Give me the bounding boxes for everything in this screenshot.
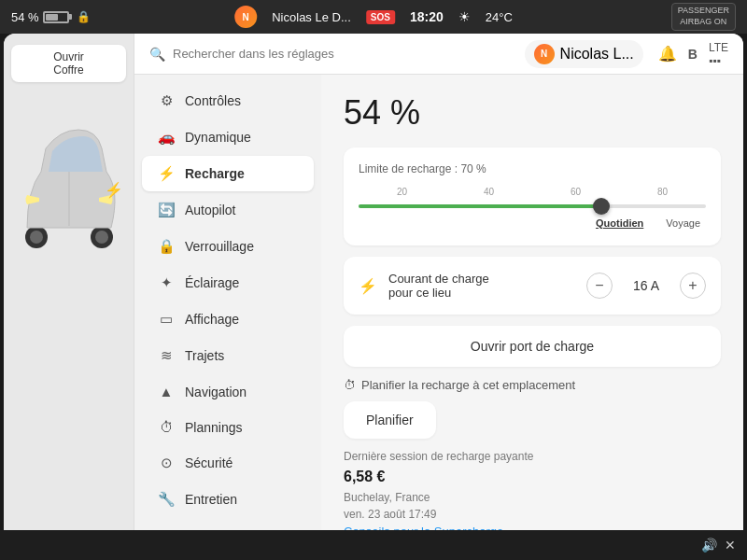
- plannings-icon: ⏱: [157, 419, 176, 435]
- slider-fill: [359, 204, 601, 208]
- charge-limit-card: Limite de recharge : 70 % 20 40 60 80: [344, 147, 721, 245]
- schedule-label-text: Planifier la recharge à cet emplacement: [361, 378, 575, 392]
- icon-group: 🔔 B LTE▪▪▪: [658, 41, 728, 67]
- taskbar: 🔊 ✕: [0, 530, 747, 560]
- sidebar-item-autopilot[interactable]: 🔄 Autopilot: [142, 192, 314, 228]
- decrease-current-btn[interactable]: −: [586, 273, 613, 299]
- signal-icon: LTE▪▪▪: [709, 41, 728, 67]
- current-value: 16 A: [627, 278, 665, 293]
- charge-current-label: Courant de chargepour ce lieu: [388, 272, 575, 300]
- dynamique-icon: 🚗: [157, 129, 176, 146]
- tick-80: 80: [657, 187, 668, 197]
- affichage-label: Affichage: [185, 312, 239, 327]
- preset-quotidien-btn[interactable]: Quotidien: [590, 216, 649, 231]
- bluetooth-icon[interactable]: B: [688, 47, 698, 62]
- verrouillage-label: Verrouillage: [185, 239, 254, 254]
- last-session-date: ven. 23 août 17:49: [344, 506, 721, 523]
- user-profile-chip[interactable]: N Nicolas L...: [525, 40, 643, 68]
- charge-current-card: ⚡ Courant de chargepour ce lieu − 16 A +: [344, 257, 721, 315]
- autopilot-icon: 🔄: [157, 202, 176, 218]
- status-bar-center: N Nicolas Le D... SOS 18:20 ☀ 24°C: [234, 6, 513, 28]
- sidebar-item-verrouillage[interactable]: 🔒 Verrouillage: [142, 229, 314, 264]
- status-bar-right: PASSENGER AIRBAG ON: [671, 3, 736, 30]
- slider-track: [359, 204, 706, 208]
- open-trunk-line2: Coffre: [22, 63, 115, 77]
- last-session: Dernière session de recharge payante 6,5…: [344, 450, 721, 539]
- entretien-icon: 🔧: [157, 491, 176, 508]
- sidebar-item-entretien[interactable]: 🔧 Entretien: [142, 482, 314, 517]
- schedule-label: ⏱ Planifier la recharge à cet emplacemen…: [344, 378, 721, 392]
- left-panel: Ouvrir Coffre: [4, 34, 134, 560]
- plannings-label: Plannings: [185, 420, 243, 435]
- lock-icon: 🔒: [77, 10, 91, 23]
- user-name-chip: Nicolas L...: [560, 46, 634, 63]
- current-controls: − 16 A +: [586, 273, 706, 299]
- sos-badge: SOS: [366, 10, 395, 24]
- open-port-button[interactable]: Ouvrir port de charge: [344, 326, 721, 367]
- tick-60: 60: [571, 187, 581, 197]
- dynamique-label: Dynamique: [185, 130, 251, 145]
- charge-current-card-icon: ⚡: [359, 277, 377, 295]
- battery-percent: 54 %: [11, 10, 39, 24]
- navigation-icon: ▲: [157, 384, 176, 399]
- open-trunk-button[interactable]: Ouvrir Coffre: [11, 45, 126, 82]
- recharge-icon: ⚡: [157, 165, 176, 182]
- planifier-button[interactable]: Planifier: [344, 401, 436, 439]
- affichage-icon: ▭: [157, 311, 176, 328]
- sidebar-nav: ⚙ Contrôles 🚗 Dynamique ⚡ Recharge 🔄 Aut…: [134, 75, 321, 560]
- last-session-title: Dernière session de recharge payante: [344, 450, 721, 463]
- last-session-location: Buchelay, France: [344, 489, 721, 506]
- close-icon[interactable]: ✕: [725, 538, 736, 553]
- sidebar-item-trajets[interactable]: ≋ Trajets: [142, 338, 314, 373]
- charge-icon-car: ⚡: [105, 181, 123, 199]
- clock-icon: ⏱: [344, 378, 356, 392]
- sidebar-item-navigation[interactable]: ▲ Navigation: [142, 374, 314, 409]
- bell-icon[interactable]: 🔔: [658, 45, 677, 63]
- charge-limit-slider-container[interactable]: [359, 204, 706, 208]
- volume-icon[interactable]: 🔊: [701, 538, 717, 553]
- battery-icon: [43, 11, 69, 23]
- search-bar: 🔍 N Nicolas L... 🔔 B LTE▪▪▪: [134, 34, 743, 75]
- battery-indicator: 54 %: [11, 10, 69, 24]
- sidebar-item-controles[interactable]: ⚙ Contrôles: [142, 83, 314, 119]
- main-content: 54 % Limite de recharge : 70 % 20 40 60 …: [321, 75, 743, 560]
- recharge-label: Recharge: [185, 166, 245, 181]
- charge-limit-label: Limite de recharge : 70 %: [359, 162, 706, 175]
- securite-icon: ⊙: [157, 455, 176, 471]
- entretien-label: Entretien: [185, 492, 237, 507]
- slider-thumb[interactable]: [593, 198, 610, 215]
- content-row: ⚙ Contrôles 🚗 Dynamique ⚡ Recharge 🔄 Aut…: [134, 75, 743, 560]
- trajets-icon: ≋: [157, 347, 176, 364]
- status-bar: 54 % 🔒 N Nicolas Le D... SOS 18:20 ☀ 24°…: [0, 0, 747, 34]
- sidebar-item-eclairage[interactable]: ✦ Éclairage: [142, 265, 314, 301]
- sidebar-item-securite[interactable]: ⊙ Sécurité: [142, 445, 314, 481]
- tick-40: 40: [484, 187, 494, 197]
- charge-current-text: Courant de chargepour ce lieu: [388, 272, 489, 300]
- controles-label: Contrôles: [185, 93, 241, 108]
- open-trunk-line1: Ouvrir: [22, 50, 115, 63]
- passenger-airbag-badge: PASSENGER AIRBAG ON: [671, 3, 736, 30]
- main-area: Ouvrir Coffre: [4, 34, 743, 560]
- search-input[interactable]: [173, 47, 517, 61]
- svg-point-3: [95, 231, 108, 244]
- preset-voyage-btn[interactable]: Voyage: [660, 216, 706, 231]
- search-nav-area: 🔍 N Nicolas L... 🔔 B LTE▪▪▪ ⚙ Contrôles: [134, 34, 743, 560]
- schedule-section: ⏱ Planifier la recharge à cet emplacemen…: [344, 378, 721, 439]
- user-avatar-chip: N: [534, 44, 555, 64]
- sun-icon: ☀: [458, 9, 471, 24]
- sidebar-item-plannings[interactable]: ⏱ Plannings: [142, 410, 314, 444]
- svg-point-2: [30, 231, 43, 244]
- sidebar-item-recharge[interactable]: ⚡ Recharge: [142, 156, 314, 191]
- increase-current-btn[interactable]: +: [680, 273, 706, 299]
- charge-presets: Quotidien Voyage: [359, 216, 706, 231]
- last-session-amount: 6,58 €: [344, 469, 721, 485]
- charge-percent-display: 54 %: [344, 93, 721, 133]
- temp-display: 24°C: [486, 10, 513, 24]
- securite-label: Sécurité: [185, 455, 233, 470]
- sidebar-item-dynamique[interactable]: 🚗 Dynamique: [142, 119, 314, 155]
- sidebar-item-affichage[interactable]: ▭ Affichage: [142, 301, 314, 337]
- verrouillage-icon: 🔒: [157, 238, 176, 255]
- autopilot-label: Autopilot: [185, 203, 235, 217]
- eclairage-icon: ✦: [157, 274, 176, 291]
- eclairage-label: Éclairage: [185, 275, 239, 290]
